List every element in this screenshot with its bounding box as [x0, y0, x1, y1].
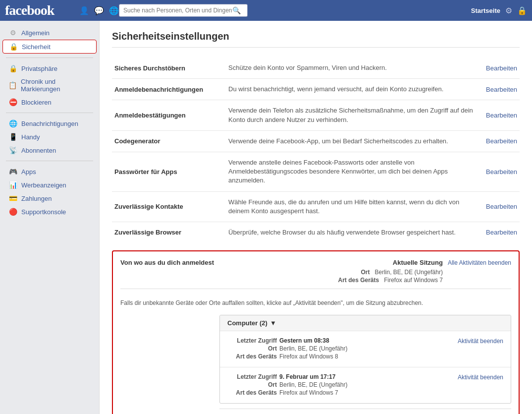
device-1-art-row: Art des Geräts Firefox auf Windows 8 — [227, 353, 455, 360]
person-icon[interactable]: 👤 — [79, 6, 89, 15]
globe-icon[interactable]: 🌐 — [109, 6, 119, 15]
sidebar-item-apps[interactable]: 🎮 Apps — [2, 165, 97, 178]
device-entry-1-grid: Letzter Zugriff Gestern um 08:38 Ort Ber… — [227, 337, 503, 361]
settings-desc-sicheres: Schütze dein Konto vor Spammern, Viren u… — [228, 63, 481, 72]
device-2-zugriff-value: 9. Februar um 17:17 — [279, 373, 335, 380]
session-top: Von wo aus du dich anmeldest Aktuelle Si… — [120, 259, 511, 284]
blockieren-icon: ⛔ — [8, 98, 17, 106]
device-2-art-row: Art des Geräts Firefox auf Windows 7 — [227, 389, 455, 396]
settings-action-sicheres[interactable]: Bearbeiten — [486, 64, 517, 72]
ort-label: Ort — [361, 269, 370, 276]
search-button[interactable]: 🔍 — [232, 6, 241, 14]
sidebar-label-apps: Apps — [21, 168, 36, 176]
device-2-ort-value: Berlin, BE, DE (Ungefähr) — [279, 381, 347, 388]
allgemein-icon: ⚙ — [8, 29, 17, 37]
device-1-action[interactable]: Aktivität beenden — [458, 337, 503, 361]
device-entry-2-grid: Letzter Zugriff 9. Februar um 17:17 Ort … — [227, 373, 503, 397]
sidebar-item-supportkonsole[interactable]: 🔴 Supportkonsole — [2, 205, 97, 218]
sidebar-item-sicherheit[interactable]: 🔒 Sicherheit — [2, 40, 97, 54]
dropdown-arrow-icon: ▼ — [270, 319, 276, 327]
settings-row-anmeldebes: Anmeldebestätigungen Verwende dein Telef… — [112, 100, 520, 130]
sidebar-item-handy[interactable]: 📱 Handy — [2, 130, 97, 143]
sidebar-item-blockieren[interactable]: ⛔ Blockieren — [2, 96, 97, 109]
zahlungen-icon: 💳 — [8, 194, 17, 202]
bearbeiten-zuvkontakte-link[interactable]: Bearbeiten — [486, 203, 517, 210]
settings-desc-anmeldebes: Verwende dein Telefon als zusätzliche Si… — [228, 106, 481, 124]
settings-action-codegen[interactable]: Bearbeiten — [486, 137, 517, 145]
aktuelle-sitzung-label: Aktuelle Sitzung — [224, 259, 443, 266]
bearbeiten-zuvbrowser-link[interactable]: Bearbeiten — [486, 229, 517, 236]
chronik-icon: 📋 — [8, 81, 17, 89]
computer-dropdown-header[interactable]: Computer (2) ▼ — [220, 315, 511, 331]
device-1-art-label: Art des Geräts — [227, 353, 277, 360]
settings-action-passwoerter[interactable]: Bearbeiten — [486, 168, 517, 176]
nav-icons-left: 👤 💬 🌐 — [79, 6, 119, 15]
search-input[interactable] — [123, 7, 232, 14]
device-2-art-value: Firefox auf Windows 7 — [279, 389, 338, 396]
sidebar-divider-3 — [6, 161, 93, 161]
bearbeiten-anmeldebes-link[interactable]: Bearbeiten — [486, 112, 517, 119]
settings-desc-zuvkontakte: Wähle Freunde aus, die du anrufen und um… — [228, 198, 481, 216]
device-2-action[interactable]: Aktivität beenden — [458, 373, 503, 397]
startseite-link[interactable]: Startseite — [471, 7, 500, 14]
session-title: Von wo aus du dich anmeldest — [120, 259, 219, 266]
bearbeiten-codegen-link[interactable]: Bearbeiten — [486, 137, 517, 145]
aktuelle-sitzung-block: Aktuelle Sitzung Ort Berlin, BE, DE (Ung… — [224, 259, 443, 284]
settings-action-zuvbrowser[interactable]: Bearbeiten — [486, 229, 517, 236]
facebook-android-section: Facebook für Android (5) ▲ — [219, 409, 511, 414]
device-2-ort-row: Ort Berlin, BE, DE (Ungefähr) — [227, 381, 455, 388]
session-note: Falls dir unbekannte Geräte oder Orte au… — [120, 299, 511, 307]
bearbeiten-anmeldeben-link[interactable]: Bearbeiten — [486, 86, 517, 93]
alle-aktivitaten-block[interactable]: Alle Aktivitäten beenden — [448, 259, 511, 284]
device-entry-1: Letzter Zugriff Gestern um 08:38 Ort Ber… — [220, 331, 511, 367]
sidebar-label-zahlungen: Zahlungen — [21, 195, 52, 202]
sidebar-item-allgemein[interactable]: ⚙ Allgemein — [2, 26, 97, 39]
top-navigation: facebook 👤 💬 🌐 🔍 Startseite ⚙ 🔒 — [0, 0, 532, 21]
alle-aktivitaten-link[interactable]: Alle Aktivitäten beenden — [448, 259, 511, 266]
art-value: Firefox auf Windows 7 — [384, 277, 443, 284]
sidebar-item-chronik[interactable]: 📋 Chronik und Markierungen — [2, 75, 97, 95]
art-label: Art des Geräts — [338, 277, 379, 284]
sidebar-divider-2 — [6, 113, 93, 113]
settings-label-passwoerter: Passwörter für Apps — [114, 168, 223, 176]
sidebar-item-abonnenten[interactable]: 📡 Abonnenten — [2, 144, 97, 157]
werbeanzeigen-icon: 📊 — [8, 181, 17, 189]
sitzung-art-row: Art des Geräts Firefox auf Windows 7 — [224, 277, 443, 284]
device-1-art-value: Firefox auf Windows 8 — [279, 353, 338, 360]
computer-label: Computer (2) — [227, 319, 267, 327]
sidebar-label-supportkonsole: Supportkonsole — [21, 208, 66, 216]
sidebar-section-2: 🔒 Privatsphäre 📋 Chronik und Markierunge… — [0, 62, 99, 109]
device-1-ort-row: Ort Berlin, BE, DE (Ungefähr) — [227, 345, 455, 352]
sidebar-item-privatsphare[interactable]: 🔒 Privatsphäre — [2, 62, 97, 75]
settings-action-anmeldebes[interactable]: Bearbeiten — [486, 112, 517, 119]
computer-dropdown: Computer (2) ▼ Letzter Zugriff Gestern u… — [219, 315, 511, 404]
settings-label-zuvbrowser: Zuverlässige Browser — [114, 229, 223, 236]
settings-row-sicheres: Sicheres Durchstöbern Schütze dein Konto… — [112, 58, 520, 79]
topnav-right: Startseite ⚙ 🔒 — [471, 6, 527, 15]
device-2-art-label: Art des Geräts — [227, 389, 277, 396]
bearbeiten-sicheres-link[interactable]: Bearbeiten — [486, 64, 517, 72]
settings-row-zuvkontakte: Zuverlässige Kontakte Wähle Freunde aus,… — [112, 192, 520, 222]
sidebar-label-privatsphare: Privatsphäre — [21, 65, 57, 72]
apps-icon: 🎮 — [8, 168, 17, 176]
sidebar-item-werbeanzeigen[interactable]: 📊 Werbeanzeigen — [2, 178, 97, 191]
settings-action-zuvkontakte[interactable]: Bearbeiten — [486, 203, 517, 210]
sitzung-ort-row: Ort Berlin, BE, DE (Ungefähr) — [224, 269, 443, 276]
sidebar-section-1: ⚙ Allgemein 🔒 Sicherheit — [0, 26, 99, 54]
sicherheit-icon: 🔒 — [9, 43, 18, 51]
aktivitat-beenden-1-link[interactable]: Aktivität beenden — [458, 338, 503, 345]
sidebar-divider-1 — [6, 58, 93, 58]
search-bar[interactable]: 🔍 — [119, 4, 248, 17]
settings-gear-icon[interactable]: ⚙ — [505, 6, 512, 15]
session-separator — [120, 289, 511, 294]
sidebar-item-zahlungen[interactable]: 💳 Zahlungen — [2, 192, 97, 205]
bearbeiten-passwoerter-link[interactable]: Bearbeiten — [486, 168, 517, 176]
aktivitat-beenden-2-link[interactable]: Aktivität beenden — [458, 374, 503, 381]
sidebar-section-3: 🌐 Benachrichtigungen 📱 Handy 📡 Abonnente… — [0, 117, 99, 157]
sidebar-section-4: 🎮 Apps 📊 Werbeanzeigen 💳 Zahlungen 🔴 Sup… — [0, 165, 99, 218]
chat-icon[interactable]: 💬 — [94, 6, 104, 15]
lock-icon[interactable]: 🔒 — [517, 6, 527, 15]
settings-action-anmeldeben[interactable]: Bearbeiten — [486, 86, 517, 93]
device-entry-2-details: Letzter Zugriff 9. Februar um 17:17 Ort … — [227, 373, 455, 397]
sidebar-item-benachrichtigungen[interactable]: 🌐 Benachrichtigungen — [2, 117, 97, 130]
